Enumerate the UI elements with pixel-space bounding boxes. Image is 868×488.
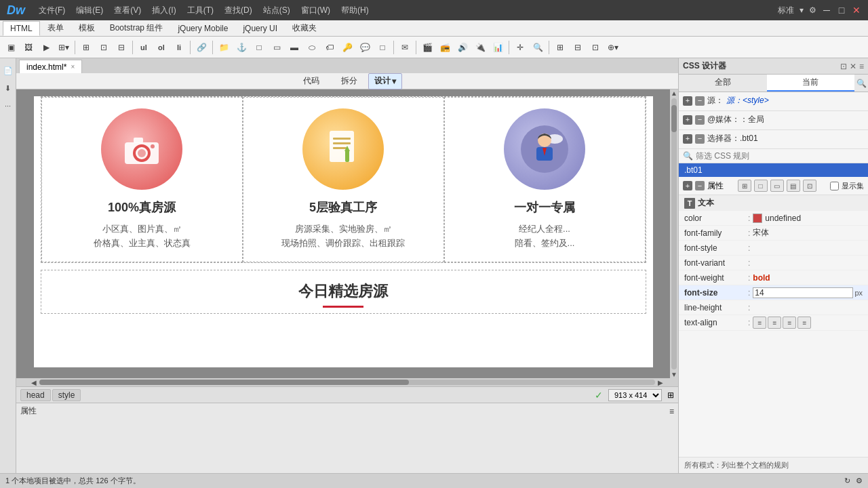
css-prop-font-family-value[interactable]: 宋体 (753, 227, 863, 239)
h-scroll-thumb[interactable] (39, 380, 409, 385)
tab-template[interactable]: 模板 (71, 21, 102, 36)
minimize-btn[interactable]: ─ (822, 5, 831, 15)
v-scroll-up[interactable]: ▲ (671, 89, 677, 97)
properties-menu[interactable]: ≡ (669, 407, 674, 416)
toolbar-icon-key[interactable]: 🔑 (339, 39, 355, 56)
css-source-value[interactable]: 源：<style> (726, 95, 769, 106)
design-view-btn[interactable]: 设计 ▾ (368, 73, 402, 89)
menu-help[interactable]: 帮助(H) (341, 5, 369, 16)
split-view-btn[interactable]: 拆分 (330, 73, 368, 89)
text-align-justify[interactable]: ≡ (797, 317, 811, 329)
doc-tab-index[interactable]: index.html* × (19, 60, 82, 73)
tab-favorites[interactable]: 收藏夹 (285, 21, 324, 36)
css-media-remove[interactable]: − (695, 115, 705, 125)
menu-file[interactable]: 文件(F) (39, 5, 65, 16)
menu-tools[interactable]: 工具(T) (187, 5, 214, 16)
mode-dropdown[interactable]: ▾ (800, 5, 804, 15)
css-search-input[interactable] (696, 151, 864, 161)
css-selected-rule[interactable]: .bt01 (679, 163, 868, 177)
css-prop-color-value[interactable]: undefined (765, 214, 863, 223)
toolbar-icon-more[interactable]: ⊞▾ (56, 39, 72, 56)
toolbar-icon-tag[interactable]: 🏷 (321, 39, 338, 56)
tab-jquery-ui[interactable]: jQuery UI (235, 21, 285, 36)
css-prop-icon-border[interactable]: ▭ (770, 180, 784, 192)
settings-icon[interactable]: ⚙ (809, 5, 816, 15)
tab-form[interactable]: 表单 (40, 21, 71, 36)
css-source-add[interactable]: + (683, 96, 692, 106)
menu-view[interactable]: 查看(V) (114, 5, 141, 16)
left-icon-download[interactable]: ⬇ (1, 81, 15, 95)
toolbar-icon-btn3[interactable]: ▬ (286, 39, 302, 56)
h-scroll-track[interactable] (39, 380, 655, 385)
toolbar-icon-media[interactable]: ▶ (38, 39, 54, 56)
toolbar-icon-file[interactable]: 📁 (216, 39, 232, 56)
doc-tab-close[interactable]: × (71, 63, 75, 70)
dimension-select[interactable]: 913 x 414 (608, 389, 662, 401)
close-btn[interactable]: ✕ (852, 5, 861, 15)
css-prop-icon-bg[interactable]: ▤ (787, 180, 800, 192)
css-panel-float[interactable]: ⊡ (840, 62, 847, 71)
h-scroll-right[interactable]: ▶ (655, 378, 666, 386)
v-scroll-down[interactable]: ▼ (671, 371, 677, 378)
menu-edit[interactable]: 编辑(E) (76, 5, 103, 16)
toolbar-icon-table[interactable]: ⊞ (78, 39, 94, 56)
text-align-right[interactable]: ≡ (783, 317, 796, 329)
css-panel-menu[interactable]: ≡ (859, 62, 864, 71)
css-tab-all[interactable]: 全部 (679, 75, 767, 92)
menu-find[interactable]: 查找(D) (224, 5, 252, 16)
maximize-btn[interactable]: □ (837, 5, 846, 15)
css-prop-remove[interactable]: − (695, 181, 705, 190)
toolbar-icon-comment2[interactable]: □ (374, 39, 391, 56)
css-prop-font-weight-value[interactable]: bold (753, 273, 863, 283)
css-search-btn[interactable]: 🔍 (854, 75, 868, 92)
css-prop-icon-box[interactable]: □ (754, 180, 768, 192)
left-icon-file[interactable]: 📄 (1, 64, 15, 77)
toolbar-icon-bar1[interactable]: 📊 (490, 39, 506, 56)
menu-insert[interactable]: 插入(I) (152, 5, 176, 16)
toolbar-icon-email[interactable]: ✉ (397, 39, 413, 56)
toolbar-icon-more2[interactable]: ⊕▾ (605, 39, 621, 56)
text-align-center[interactable]: ≡ (768, 317, 781, 329)
css-prop-icon-more[interactable]: ⊡ (803, 180, 816, 192)
toolbar-icon-plugin[interactable]: 🔌 (472, 39, 488, 56)
toolbar-icon-link[interactable]: 🔗 (193, 39, 210, 56)
v-scroll-thumb[interactable] (671, 105, 677, 132)
left-icon-dots[interactable]: ··· (1, 99, 15, 113)
v-scroll-track[interactable] (671, 98, 677, 369)
toolbar-icon-component3[interactable]: ⊡ (587, 39, 604, 56)
css-prop-icon-layout[interactable]: ⊞ (738, 180, 751, 192)
toolbar-icon-form2[interactable]: ⊟ (113, 39, 130, 56)
css-show-all-checkbox[interactable] (830, 182, 839, 190)
toolbar-icon-ol[interactable]: ol (153, 39, 170, 56)
toolbar-icon-audio2[interactable]: 🔊 (454, 39, 471, 56)
breadcrumb-style[interactable]: style (52, 389, 81, 401)
text-align-left[interactable]: ≡ (753, 317, 766, 329)
breadcrumb-head[interactable]: head (20, 389, 51, 401)
toolbar-icon-form1[interactable]: ⊡ (96, 39, 112, 56)
toolbar-icon-btn4[interactable]: ⬭ (304, 39, 320, 56)
css-media-add[interactable]: + (683, 115, 692, 125)
toolbar-icon-ul[interactable]: ul (136, 39, 152, 56)
tab-bootstrap[interactable]: Bootstrap 组件 (102, 21, 171, 36)
css-prop-font-size-value[interactable]: 14 (753, 287, 853, 298)
css-tab-current[interactable]: 当前 (767, 75, 855, 92)
toolbar-icon-component1[interactable]: ⊞ (552, 39, 568, 56)
toolbar-icon-comment[interactable]: 💬 (357, 39, 373, 56)
toolbar-icon-zoom[interactable]: 🔍 (530, 39, 546, 56)
toolbar-icon-video[interactable]: 🎬 (419, 39, 435, 56)
menu-window[interactable]: 窗口(W) (301, 5, 330, 16)
toolbar-icon-btn1[interactable]: □ (251, 39, 267, 56)
toolbar-icon-img[interactable]: 🖼 (20, 39, 37, 56)
tab-html[interactable]: HTML (3, 21, 40, 36)
css-selector-remove[interactable]: − (695, 134, 705, 144)
toolbar-icon-btn2[interactable]: ▭ (269, 39, 285, 56)
toolbar-icon-anchor[interactable]: ⚓ (233, 39, 250, 56)
h-scroll-left[interactable]: ◀ (28, 378, 39, 386)
toolbar-icon-li[interactable]: li (171, 39, 187, 56)
toolbar-icon-component2[interactable]: ⊟ (570, 39, 586, 56)
css-prop-add[interactable]: + (683, 181, 692, 190)
css-color-swatch[interactable] (753, 214, 762, 223)
css-panel-close[interactable]: ✕ (850, 62, 856, 71)
toolbar-icon-audio1[interactable]: 📻 (437, 39, 453, 56)
css-source-remove[interactable]: − (695, 96, 705, 106)
